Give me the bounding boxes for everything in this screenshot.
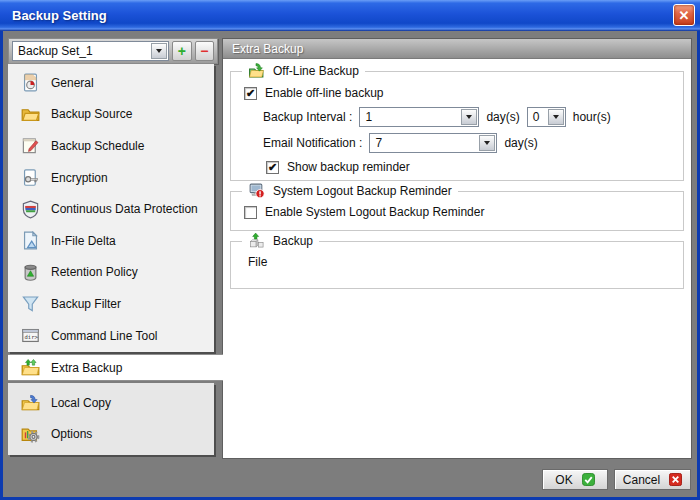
sidebar-item-label: Backup Filter — [51, 297, 121, 311]
system-logout-group: System Logout Backup Reminder Enable Sys… — [230, 191, 684, 231]
in-file-delta-icon — [21, 231, 40, 250]
remove-backup-set-button[interactable]: − — [195, 41, 214, 61]
titlebar: Backup Setting ✕ — [0, 0, 700, 31]
x-icon — [669, 473, 682, 486]
show-backup-reminder-label: Show backup reminder — [287, 160, 410, 174]
sidebar-item-label: Backup Schedule — [51, 139, 144, 153]
extra-backup-panel: Extra Backup Off-Line Backup ✔ Enable of… — [222, 38, 692, 459]
chevron-down-icon — [553, 115, 559, 119]
show-backup-reminder-checkbox[interactable]: ✔ — [266, 161, 279, 174]
backup-interval-hours-select[interactable]: 0 — [527, 107, 566, 127]
sidebar-item-label: Backup Source — [51, 107, 132, 121]
sidebar-item-command-line-tool[interactable]: dir> Command Line Tool — [8, 320, 214, 352]
show-backup-reminder-row: ✔ Show backup reminder — [266, 160, 683, 174]
backup-schedule-icon — [21, 136, 40, 155]
sidebar-item-continuous-data-protection[interactable]: Continuous Data Protection — [8, 193, 214, 225]
sidebar-item-label: Encryption — [51, 171, 108, 185]
sidebar-item-backup-filter[interactable]: Backup Filter — [8, 288, 214, 320]
system-logout-title: System Logout Backup Reminder — [273, 184, 452, 198]
sidebar-item-label: Retention Policy — [51, 265, 138, 279]
offline-backup-legend: Off-Line Backup — [242, 62, 365, 79]
panel-title: Extra Backup — [232, 42, 303, 56]
email-notification-label: Email Notification : — [263, 136, 362, 150]
backup-title: Backup — [273, 234, 313, 248]
hours-dropdown-button[interactable] — [548, 109, 564, 125]
offline-backup-icon — [248, 62, 265, 79]
backup-interval-hours-value: 0 — [528, 108, 547, 126]
email-days-label: day(s) — [504, 136, 537, 150]
enable-system-logout-checkbox[interactable] — [244, 206, 257, 219]
retention-policy-icon — [21, 263, 40, 282]
backup-interval-select[interactable]: 1 — [359, 107, 479, 127]
sidebar-item-label: Local Copy — [51, 396, 111, 410]
panel-content: Off-Line Backup ✔ Enable off-line backup… — [223, 59, 691, 289]
email-notification-dropdown-button[interactable] — [479, 135, 495, 151]
sidebar-item-local-copy[interactable]: Local Copy — [8, 387, 214, 419]
backup-filter-funnel-icon — [21, 294, 40, 313]
options-gear-icon — [21, 425, 40, 444]
email-notification-value: 7 — [370, 134, 478, 152]
system-logout-reminder-icon — [248, 182, 265, 199]
chevron-down-icon — [156, 49, 162, 53]
command-line-icon: dir> — [21, 326, 40, 345]
system-logout-legend: System Logout Backup Reminder — [242, 182, 458, 199]
offline-backup-group: Off-Line Backup ✔ Enable off-line backup… — [230, 71, 684, 181]
local-copy-icon — [21, 393, 40, 412]
chevron-down-icon — [466, 115, 472, 119]
backup-file-icon — [248, 232, 265, 249]
dialog-client-area: Backup Set_1 + − General Backup Source B… — [3, 31, 697, 497]
backup-setting-dialog: Backup Setting ✕ Backup Set_1 + − Genera… — [0, 0, 700, 500]
enable-system-logout-row: Enable System Logout Backup Reminder — [244, 205, 683, 219]
hours-label: hour(s) — [573, 110, 611, 124]
enable-offline-backup-checkbox[interactable]: ✔ — [244, 87, 257, 100]
enable-offline-backup-row: ✔ Enable off-line backup — [244, 86, 683, 100]
sidebar-item-label: Continuous Data Protection — [51, 202, 198, 216]
close-icon[interactable]: ✕ — [673, 4, 695, 26]
backup-interval-dropdown-button[interactable] — [461, 109, 477, 125]
backup-interval-label: Backup Interval : — [263, 110, 352, 124]
backup-set-dropdown-button[interactable] — [151, 43, 167, 59]
sidebar-lower-panel: Local Copy Options — [8, 383, 214, 455]
email-notification-select[interactable]: 7 — [369, 133, 497, 153]
ok-button[interactable]: OK — [542, 469, 608, 490]
sidebar-item-in-file-delta[interactable]: In-File Delta — [8, 225, 214, 257]
cancel-button-label: Cancel — [623, 473, 660, 487]
add-backup-set-button[interactable]: + — [172, 41, 191, 61]
sidebar-item-backup-source[interactable]: Backup Source — [8, 99, 214, 131]
backup-legend: Backup — [242, 232, 319, 249]
backup-group: Backup File — [230, 241, 684, 289]
sidebar-item-options[interactable]: Options — [8, 419, 214, 451]
cdp-shield-icon — [21, 200, 40, 219]
backup-type-value: File — [248, 255, 683, 269]
offline-backup-title: Off-Line Backup — [273, 64, 359, 78]
backup-source-icon — [21, 105, 40, 124]
sidebar-upper-panel: General Backup Source Backup Schedule En… — [8, 64, 214, 352]
ok-button-label: OK — [555, 473, 572, 487]
days-label: day(s) — [486, 110, 519, 124]
sidebar-item-label: Extra Backup — [51, 361, 122, 375]
encryption-icon — [21, 168, 40, 187]
backup-set-toolbar: Backup Set_1 + − — [8, 38, 218, 64]
sidebar-item-label: In-File Delta — [51, 234, 116, 248]
sidebar-item-backup-schedule[interactable]: Backup Schedule — [8, 130, 214, 162]
sidebar-item-encryption[interactable]: Encryption — [8, 162, 214, 194]
sidebar-item-retention-policy[interactable]: Retention Policy — [8, 257, 214, 289]
extra-backup-icon — [21, 358, 40, 377]
sidebar-item-label: General — [51, 76, 94, 90]
general-icon — [21, 73, 40, 92]
enable-system-logout-label: Enable System Logout Backup Reminder — [265, 205, 484, 219]
chevron-down-icon — [484, 141, 490, 145]
sidebar-item-label: Command Line Tool — [51, 329, 158, 343]
backup-set-selector[interactable]: Backup Set_1 — [12, 41, 169, 61]
sidebar-item-general[interactable]: General — [8, 67, 214, 99]
check-icon — [582, 473, 595, 486]
backup-interval-value: 1 — [360, 108, 460, 126]
email-notification-row: Email Notification : 7 day(s) — [263, 133, 683, 153]
sidebar-item-label: Options — [51, 427, 92, 441]
window-title: Backup Setting — [0, 8, 107, 23]
cancel-button[interactable]: Cancel — [614, 469, 691, 490]
backup-interval-row: Backup Interval : 1 day(s) 0 hour(s) — [263, 107, 683, 127]
svg-text:dir>: dir> — [25, 334, 39, 340]
sidebar-item-extra-backup[interactable]: Extra Backup — [8, 354, 223, 381]
panel-header: Extra Backup — [223, 39, 691, 59]
